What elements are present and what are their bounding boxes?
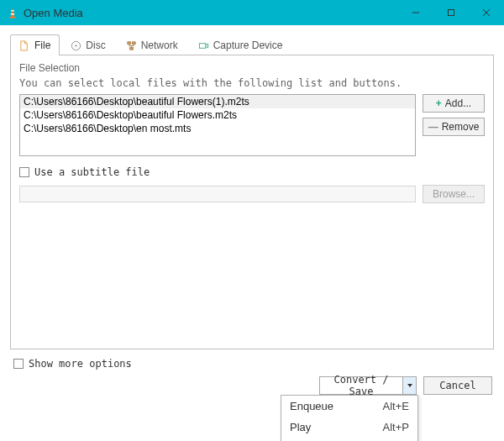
subtitle-checkbox[interactable] xyxy=(19,167,29,177)
list-item[interactable]: C:\Users\86166\Desktop\beautiful Flowers… xyxy=(20,95,415,108)
tab-file-label: File xyxy=(34,39,50,51)
window-title: Open Media xyxy=(24,7,398,19)
remove-button[interactable]: — Remove xyxy=(423,118,485,136)
disc-icon xyxy=(71,40,81,51)
svg-marker-14 xyxy=(407,384,412,387)
tab-capture[interactable]: Capture Device xyxy=(189,34,292,55)
file-panel: File Selection You can select local file… xyxy=(10,55,494,349)
svg-marker-0 xyxy=(11,8,14,18)
browse-button: Browse... xyxy=(423,185,485,203)
file-area: C:\Users\86166\Desktop\beautiful Flowers… xyxy=(19,94,485,156)
tab-disc[interactable]: Disc xyxy=(61,34,114,55)
cancel-label: Cancel xyxy=(439,380,475,391)
list-item[interactable]: C:\Users\86166\Desktop\beautiful Flowers… xyxy=(20,108,415,122)
svg-rect-1 xyxy=(11,10,13,12)
tab-network-label: Network xyxy=(141,39,178,51)
maximize-button[interactable] xyxy=(433,0,469,25)
convert-save-button[interactable]: Convert / Save xyxy=(319,376,417,395)
menu-item-stream[interactable]: StreamAlt+S xyxy=(281,438,417,441)
plus-icon: + xyxy=(436,97,442,109)
subtitle-checkbox-row: Use a subtitle file xyxy=(19,166,485,178)
subtitle-path-input xyxy=(19,186,416,202)
minus-icon: — xyxy=(428,121,438,133)
window-body: File Disc Network Capture Device File Se… xyxy=(0,25,504,395)
tab-file[interactable]: File xyxy=(10,34,60,55)
file-selection-hint: You can select local files with the foll… xyxy=(19,77,485,89)
remove-label: Remove xyxy=(442,121,480,133)
cancel-button[interactable]: Cancel xyxy=(423,376,492,395)
svg-rect-12 xyxy=(129,47,133,50)
menu-item-play[interactable]: PlayAlt+P xyxy=(281,417,417,438)
vlc-cone-icon xyxy=(7,7,18,18)
svg-rect-3 xyxy=(9,17,16,18)
menu-item-enqueue[interactable]: EnqueueAlt+E xyxy=(281,396,417,417)
svg-point-9 xyxy=(76,45,77,46)
file-icon xyxy=(19,40,30,51)
show-more-row: Show more options xyxy=(10,358,494,370)
bottom-buttons: Convert / Save Cancel EnqueueAlt+E PlayA… xyxy=(10,376,494,395)
tab-disc-label: Disc xyxy=(86,39,105,51)
svg-rect-11 xyxy=(132,41,135,44)
subtitle-checkbox-label: Use a subtitle file xyxy=(34,166,150,178)
tab-capture-label: Capture Device xyxy=(213,39,283,51)
titlebar: Open Media xyxy=(0,0,504,25)
convert-dropdown: EnqueueAlt+E PlayAlt+P StreamAlt+S Conve… xyxy=(281,395,418,441)
file-buttons: + Add... — Remove xyxy=(423,94,485,156)
network-icon xyxy=(126,40,137,51)
tab-network[interactable]: Network xyxy=(117,34,187,55)
show-more-checkbox[interactable] xyxy=(13,359,24,369)
convert-save-label: Convert / Save xyxy=(320,374,402,397)
capture-icon xyxy=(198,40,209,51)
svg-rect-10 xyxy=(128,41,131,44)
file-selection-title: File Selection xyxy=(19,62,485,74)
show-more-label: Show more options xyxy=(29,358,132,370)
close-button[interactable] xyxy=(469,0,504,25)
tab-bar: File Disc Network Capture Device xyxy=(10,34,494,55)
dropdown-arrow-icon[interactable] xyxy=(402,377,416,394)
svg-rect-5 xyxy=(449,10,454,16)
svg-rect-2 xyxy=(11,13,14,15)
subtitle-input-row: Browse... xyxy=(19,185,485,203)
browse-label: Browse... xyxy=(433,188,475,200)
minimize-button[interactable] xyxy=(398,0,433,25)
list-item[interactable]: C:\Users\86166\Desktop\en most.mts xyxy=(20,122,415,135)
add-button[interactable]: + Add... xyxy=(423,94,485,113)
svg-rect-13 xyxy=(199,43,205,48)
file-list[interactable]: C:\Users\86166\Desktop\beautiful Flowers… xyxy=(19,94,416,156)
add-label: Add... xyxy=(445,97,471,109)
